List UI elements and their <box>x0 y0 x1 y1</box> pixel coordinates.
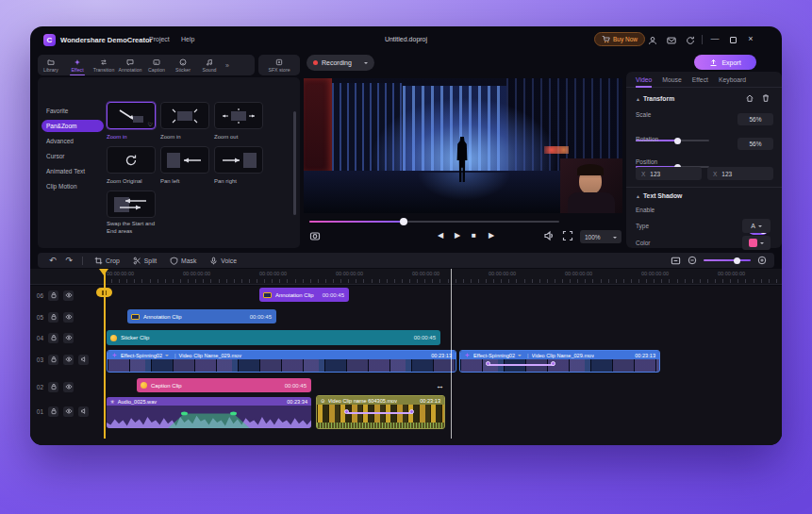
fullscreen-button[interactable] <box>562 230 573 242</box>
close-button[interactable]: × <box>745 34 756 43</box>
keyframe-dot[interactable] <box>409 409 414 414</box>
voice-tool[interactable]: Voice <box>209 257 237 265</box>
transform-delete-button[interactable] <box>761 93 771 104</box>
lock-icon[interactable] <box>48 333 58 343</box>
volume-button[interactable] <box>543 230 555 242</box>
keyframe-dot[interactable] <box>551 361 555 366</box>
eye-icon[interactable] <box>63 290 74 301</box>
lock-icon[interactable] <box>48 312 58 323</box>
eye-icon[interactable] <box>63 382 74 392</box>
tab-caption[interactable]: Caption <box>143 55 170 75</box>
snapshot-button[interactable] <box>309 230 323 243</box>
position-x-field[interactable]: X123 <box>636 167 702 180</box>
clip-video-a[interactable]: Effect-Spinning02 | Video Clip Name_029.… <box>107 350 456 373</box>
lock-icon[interactable] <box>48 355 58 365</box>
tab-effect[interactable]: Effect <box>64 55 91 75</box>
playhead-grip[interactable] <box>96 288 112 297</box>
clip-audio[interactable]: ✳ Audio_0025.wav 00:23:34 <box>107 397 311 428</box>
clip-video-b[interactable]: Effect-Spinning02 | Video Clip Name_029.… <box>459 350 660 373</box>
minimize-button[interactable]: — <box>709 34 721 43</box>
clip-annotation-top[interactable]: Annotation Clip 00:00:45 <box>259 288 349 302</box>
crop-tool[interactable]: Crop <box>94 257 120 265</box>
next-frame-button[interactable]: ▶ <box>489 231 494 240</box>
speaker-icon[interactable] <box>78 406 89 417</box>
sidebar-item-advanced[interactable]: Advanced <box>41 135 104 147</box>
eye-icon[interactable] <box>63 355 74 365</box>
transform-section-header[interactable]: ▲ Transform <box>636 95 674 102</box>
effects-scrollbar[interactable] <box>293 111 296 215</box>
eye-icon[interactable] <box>63 312 74 323</box>
effect-thumb-zoom-original[interactable] <box>107 146 156 174</box>
redo-button[interactable]: ↷ <box>66 256 74 265</box>
timeline-zoom-slider[interactable] <box>704 259 751 261</box>
tab-transition[interactable]: Transition <box>91 55 117 75</box>
speaker-icon[interactable] <box>78 355 89 365</box>
clip-annotation-mid[interactable]: Annotation Clip 00:00:45 <box>127 309 276 323</box>
scale-slider-handle[interactable] <box>674 138 681 144</box>
mask-tool[interactable]: Mask <box>170 257 196 265</box>
effect-thumb-swap[interactable] <box>107 191 156 218</box>
tab-keyboard[interactable]: Keyboard <box>719 76 746 83</box>
progress-handle[interactable] <box>400 218 407 225</box>
tab-video[interactable]: Video <box>636 76 652 83</box>
lock-icon[interactable] <box>48 382 58 392</box>
lock-icon[interactable] <box>48 290 58 301</box>
sidebar-item-favorite[interactable]: Favorite <box>41 105 104 117</box>
lock-icon[interactable] <box>48 406 58 417</box>
tab-library[interactable]: Library <box>38 55 64 75</box>
tab-mouse[interactable]: Mouse <box>662 76 681 83</box>
shadow-color-dropdown[interactable] <box>742 236 771 250</box>
effect-thumb-pan-left[interactable] <box>160 146 209 174</box>
tab-sfx-store[interactable]: SFX store <box>258 55 300 75</box>
position-y-field[interactable]: X123 <box>707 167 773 180</box>
eye-icon[interactable] <box>63 333 74 343</box>
video-preview[interactable] <box>304 78 622 213</box>
transform-reset-button[interactable] <box>745 93 754 104</box>
tab-effect-props[interactable]: Effect <box>692 76 708 83</box>
clip-video-c[interactable]: ⊙ Video Clip name 604305.mov 00:23:13 <box>316 395 445 429</box>
playhead-marker[interactable] <box>99 269 108 280</box>
sync-button[interactable] <box>685 35 695 45</box>
timeline-ruler[interactable]: 00:00:00:00 00:00:00:00 00:00:00:00 00:0… <box>30 269 782 285</box>
buy-now-button[interactable]: Buy Now <box>594 32 645 46</box>
effect-thumb-zoom-in-selected[interactable]: ♡ <box>107 102 156 129</box>
trim-cursor-icon: ↔ <box>436 381 444 390</box>
undo-button[interactable]: ↶ <box>49 256 57 265</box>
tab-sticker[interactable]: Sticker <box>170 55 196 75</box>
favorite-heart-icon[interactable]: ♡ <box>148 121 153 127</box>
rotation-value[interactable]: 56% <box>737 138 773 150</box>
play-button[interactable]: ▶ <box>455 231 460 240</box>
recording-dropdown[interactable]: Recording <box>307 55 374 71</box>
eye-icon[interactable] <box>63 406 74 417</box>
account-button[interactable] <box>647 35 657 45</box>
more-tabs-chevron[interactable]: » <box>223 62 232 69</box>
sidebar-item-animated-text[interactable]: Animated Text <box>41 165 104 177</box>
feedback-button[interactable] <box>666 35 676 45</box>
maximize-button[interactable] <box>730 37 737 43</box>
preview-zoom-dropdown[interactable]: 100% <box>580 230 621 243</box>
export-button[interactable]: Export <box>694 55 756 70</box>
clip-caption[interactable]: Caption Clip 00:00:45 <box>137 378 311 392</box>
split-tool[interactable]: Split <box>133 257 157 265</box>
stop-button[interactable]: ■ <box>472 231 476 240</box>
effect-thumb-pan-right[interactable] <box>214 146 263 174</box>
prev-frame-button[interactable]: ◀ <box>438 231 443 240</box>
zoom-out-timeline-icon[interactable] <box>688 256 697 265</box>
sidebar-item-cursor[interactable]: Cursor <box>41 150 104 162</box>
effect-thumb-zoom-out[interactable] <box>214 102 263 129</box>
tab-sound[interactable]: Sound <box>196 55 223 75</box>
timeline-zoom-handle[interactable] <box>734 257 740 264</box>
zoom-in-timeline-icon[interactable] <box>757 256 767 265</box>
clip-sticker[interactable]: Sticker Clip 00:00:45 <box>107 330 440 345</box>
tab-annotation[interactable]: Annotation <box>117 55 143 75</box>
webcam-overlay[interactable] <box>560 158 622 213</box>
keyframe-dot[interactable] <box>344 409 349 414</box>
scale-value[interactable]: 56% <box>737 113 773 125</box>
sidebar-item-clip-motion[interactable]: Clip Motion <box>41 180 104 192</box>
text-shadow-section-header[interactable]: ▲ Text Shadow <box>636 192 682 199</box>
sidebar-item-pan-zoom[interactable]: Pan&Zoom <box>41 120 104 132</box>
fit-timeline-icon[interactable] <box>671 256 681 266</box>
keyframe-dot[interactable] <box>486 361 490 366</box>
effect-thumb-zoom-in[interactable] <box>160 102 209 129</box>
shadow-type-dropdown[interactable]: A <box>742 219 771 233</box>
